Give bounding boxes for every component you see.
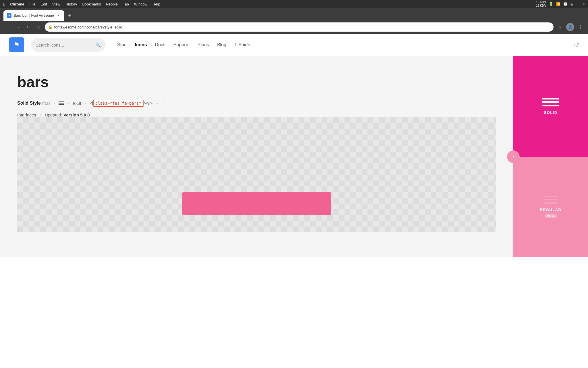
regular-style-label: REGULAR xyxy=(540,208,562,212)
main-content: bars Solid Style (fas) ● ● f0c9 ● <i cla… xyxy=(0,56,588,257)
icon-name-heading: bars xyxy=(17,73,496,91)
bullet-5: ● xyxy=(40,113,41,116)
browser-chrome: Bars Icon | Font Awesome ✕ + ← → ↻ ⌂ 🔒 f… xyxy=(0,8,588,34)
search-bar-container[interactable]: 🔍 xyxy=(31,38,106,52)
search-input[interactable] xyxy=(36,43,92,47)
menubar-right: 10 KB/s 13 KB/s 🔋 📶 🕐 ◎ ⋯ ≡ xyxy=(536,1,585,7)
clock-icon: 🕐 xyxy=(563,2,568,6)
regular-bars-icon xyxy=(543,196,558,204)
icon-preview-area xyxy=(17,117,496,232)
menu-tab[interactable]: Tab xyxy=(123,2,129,6)
icon-detail-panel: bars Solid Style (fas) ● ● f0c9 ● <i cla… xyxy=(0,56,513,257)
menu-chrome[interactable]: Chrome xyxy=(10,2,24,6)
reload-button[interactable]: ↻ xyxy=(24,23,32,31)
code-class-highlighted[interactable]: class="fas fa-bars" xyxy=(93,100,144,107)
menu-people[interactable]: People xyxy=(106,2,117,6)
wifi-icon: 📶 xyxy=(556,2,560,6)
menu-edit[interactable]: Edit xyxy=(41,2,47,6)
more-button[interactable]: ⋮ xyxy=(577,23,585,31)
notification-icon: ⋯ xyxy=(576,2,580,6)
nav-docs[interactable]: Docs xyxy=(155,42,165,47)
nav-start[interactable]: Start xyxy=(117,42,127,47)
code-prefix: <i xyxy=(90,101,93,106)
bullet-1: ● xyxy=(53,102,55,105)
bookmark-button[interactable]: ☆ xyxy=(556,23,564,31)
menu-view[interactable]: View xyxy=(52,2,60,6)
address-bar-actions: ☆ 👤 ⋮ xyxy=(556,23,585,31)
bullet-3: ● xyxy=(85,102,86,105)
solid-style-option[interactable]: SOLID xyxy=(513,56,588,157)
new-tab-button[interactable]: + xyxy=(65,12,74,20)
url-text: fontawesome.com/icons/bars?style=solid xyxy=(54,25,550,29)
regular-style-option[interactable]: REGULAR PRO xyxy=(513,157,588,258)
tab-close-button[interactable]: ✕ xyxy=(56,13,61,18)
sidebar-collapse-button[interactable]: ‹ xyxy=(507,150,520,163)
menu-history[interactable]: History xyxy=(65,2,77,6)
style-label: Solid Style (fas) xyxy=(17,101,50,106)
lock-icon: 🔒 xyxy=(48,25,53,29)
code-suffix: ></i> xyxy=(144,101,153,106)
site-nav: Start Icons Docs Support Plans Blog T-Sh… xyxy=(117,42,564,47)
download-button[interactable]: ⇩ xyxy=(161,100,166,106)
nav-blog[interactable]: Blog xyxy=(217,42,226,47)
apple-logo[interactable]:  xyxy=(3,2,5,7)
macos-menubar:  Chrome File Edit View History Bookmark… xyxy=(0,0,588,8)
menu-file[interactable]: File xyxy=(30,2,36,6)
site-logo[interactable] xyxy=(9,37,24,52)
forward-button[interactable]: → xyxy=(14,23,22,31)
checkerboard-bg xyxy=(17,117,496,232)
nav-icons[interactable]: Icons xyxy=(135,42,147,47)
bars-icon-meta[interactable] xyxy=(59,101,64,105)
tab-title: Bars Icon | Font Awesome xyxy=(14,14,54,18)
solid-style-label: SOLID xyxy=(544,110,557,115)
back-button[interactable]: ← xyxy=(3,23,11,31)
nav-support[interactable]: Support xyxy=(173,42,189,47)
signin-button[interactable]: →⤴ xyxy=(571,42,579,48)
address-bar: ← → ↻ ⌂ 🔒 fontawesome.com/icons/bars?sty… xyxy=(0,21,588,34)
tab-favicon xyxy=(7,13,11,18)
active-tab[interactable]: Bars Icon | Font Awesome ✕ xyxy=(3,10,64,21)
list-icon: ≡ xyxy=(583,2,585,6)
search-icon: 🔍 xyxy=(95,42,101,48)
bullet-4: ● xyxy=(156,102,158,105)
page-content: 🔍 Start Icons Docs Support Plans Blog T-… xyxy=(0,34,588,257)
interfaces-link[interactable]: Interfaces xyxy=(17,112,36,117)
menu-help[interactable]: Help xyxy=(152,2,160,6)
url-bar[interactable]: 🔒 fontawesome.com/icons/bars?style=solid xyxy=(45,22,554,32)
profile-avatar[interactable]: 👤 xyxy=(566,23,574,31)
icon-tags-row: Interfaces ● Updated: Version 5.0.0 xyxy=(17,112,496,117)
code-snippet[interactable]: <i class="fas fa-bars"></i> xyxy=(90,100,153,107)
pro-badge: PRO xyxy=(545,214,557,218)
solid-bars-icon xyxy=(542,98,559,106)
siri-icon: ◎ xyxy=(570,2,573,6)
unicode-value: f0c9 xyxy=(73,101,81,106)
style-sidebar: ‹ SOLID REGULAR PRO xyxy=(513,56,588,257)
icon-meta-row: Solid Style (fas) ● ● f0c9 ● <i class="f… xyxy=(17,100,496,107)
bullet-2: ● xyxy=(68,102,69,105)
menu-bookmarks[interactable]: Bookmarks xyxy=(82,2,101,6)
nav-plans[interactable]: Plans xyxy=(198,42,209,47)
version-text: Updated: Version 5.0.0 xyxy=(45,112,90,117)
home-button[interactable]: ⌂ xyxy=(34,23,42,31)
nav-tshirts[interactable]: T-Shirts xyxy=(234,42,250,47)
menu-window[interactable]: Window xyxy=(134,2,147,6)
tab-bar: Bars Icon | Font Awesome ✕ + xyxy=(0,8,588,21)
network-speed: 10 KB/s 13 KB/s xyxy=(536,1,546,7)
battery-icon: 🔋 xyxy=(549,2,553,6)
site-header: 🔍 Start Icons Docs Support Plans Blog T-… xyxy=(0,34,588,56)
pink-preview-bar xyxy=(182,192,331,215)
